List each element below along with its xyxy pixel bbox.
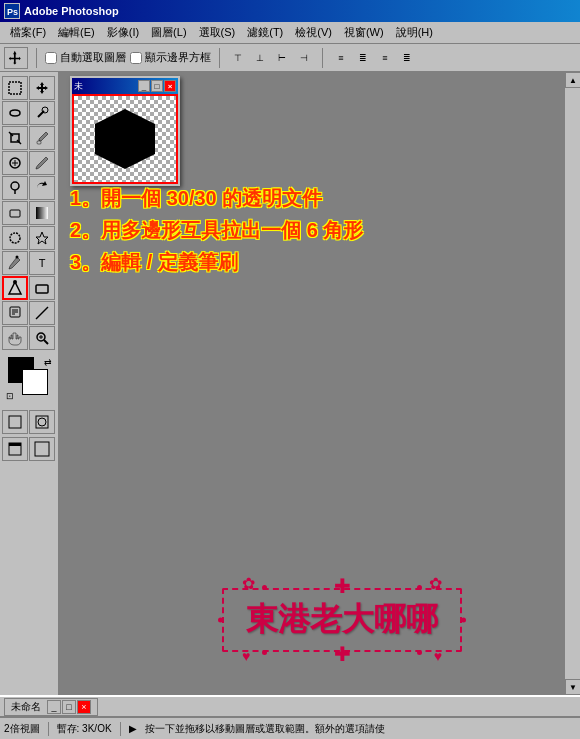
clone-stamp-tool[interactable] [2, 176, 28, 200]
shape-tool[interactable] [29, 276, 55, 300]
measure-tool[interactable] [29, 301, 55, 325]
color-swatches: ⇄ ⊡ [4, 357, 54, 401]
svg-rect-16 [36, 207, 48, 219]
menu-select[interactable]: 選取(S) [193, 23, 242, 42]
scroll-down-btn[interactable]: ▼ [565, 679, 580, 695]
svg-point-5 [42, 107, 48, 113]
history-brush-tool[interactable] [29, 176, 55, 200]
taskbar-item[interactable]: 未命名 _ □ × [4, 698, 98, 716]
align-buttons: ⊤ ⊥ ⊢ ⊣ [228, 48, 314, 68]
swap-colors-icon[interactable]: ⇄ [44, 357, 52, 367]
svg-rect-31 [9, 416, 21, 428]
deco-heart-left: ♥ [242, 648, 250, 664]
show-bounds-label: 顯示邊界方框 [145, 50, 211, 65]
hand-tool[interactable] [2, 326, 28, 350]
standard-mode-btn[interactable] [2, 410, 28, 434]
distribute-horiz-btn[interactable]: ≡ [375, 48, 395, 68]
instructions-panel: 1。開一個 30/30 的透明文件 2。用多邊形互具拉出一個 6 角形 3。編輯… [70, 182, 554, 278]
dodge-tool[interactable] [29, 226, 55, 250]
quick-mask-btn[interactable] [29, 410, 55, 434]
screen-mode-row [2, 437, 56, 461]
move-tool[interactable] [29, 76, 55, 100]
doc-info: 暫存: 3K/OK [57, 722, 112, 736]
path-selection-tool[interactable] [2, 276, 28, 300]
deco-flower-right: ✿ [429, 574, 442, 593]
toolbar-separator-1 [36, 48, 37, 68]
tool-row-7 [2, 226, 56, 250]
deco-heart-right: ♥ [434, 648, 442, 664]
lasso-tool[interactable] [2, 101, 28, 125]
menu-layer[interactable]: 圖層(L) [145, 23, 192, 42]
svg-rect-36 [35, 442, 49, 456]
distribute-top-btn[interactable]: ≡ [331, 48, 351, 68]
svg-point-19 [13, 280, 17, 284]
tool-row-9 [2, 276, 56, 300]
svg-rect-20 [36, 285, 48, 293]
show-bounds-checkbox[interactable] [130, 52, 142, 64]
brush-tool[interactable] [29, 151, 55, 175]
move-tool-btn[interactable] [4, 47, 28, 69]
distribute-vert-btn[interactable]: ≣ [353, 48, 373, 68]
status-bar: 2倍視圖 暫存: 3K/OK ▶ 按一下並拖移以移動圖層或選取範圍。額外的選項請… [0, 717, 580, 739]
scroll-up-btn[interactable]: ▲ [565, 72, 580, 88]
deco-flower-left: ✿ [242, 574, 255, 593]
scroll-track[interactable] [565, 88, 580, 679]
mini-doc-canvas [72, 94, 178, 184]
toolbar: 自動選取圖層 顯示邊界方框 ⊤ ⊥ ⊢ ⊣ ≡ ≣ ≡ ≣ [0, 44, 580, 72]
menu-file[interactable]: 檔案(F) [4, 23, 52, 42]
standard-screen-btn[interactable] [2, 437, 28, 461]
mini-doc-minimize[interactable]: _ [138, 80, 150, 92]
instruction-line-1: 1。開一個 30/30 的透明文件 [70, 182, 554, 214]
svg-rect-15 [10, 210, 20, 217]
notes-tool[interactable] [2, 301, 28, 325]
menu-help[interactable]: 說明(H) [390, 23, 439, 42]
distribute-right-btn[interactable]: ≣ [397, 48, 417, 68]
crop-tool[interactable] [2, 126, 28, 150]
menu-view[interactable]: 檢視(V) [289, 23, 338, 42]
align-top-btn[interactable]: ⊤ [228, 48, 248, 68]
dot-deco-5 [218, 618, 223, 623]
menu-window[interactable]: 視窗(W) [338, 23, 390, 42]
align-vert-center-btn[interactable]: ⊥ [250, 48, 270, 68]
tool-row-4 [2, 151, 56, 175]
svg-rect-9 [37, 141, 41, 144]
healing-brush-tool[interactable] [2, 151, 28, 175]
svg-point-13 [11, 182, 19, 190]
align-bottom-btn[interactable]: ⊢ [272, 48, 292, 68]
magic-wand-tool[interactable] [29, 101, 55, 125]
background-color[interactable] [22, 369, 48, 395]
svg-rect-3 [9, 82, 21, 94]
auto-select-checkbox[interactable] [45, 52, 57, 64]
menu-filter[interactable]: 濾鏡(T) [241, 23, 289, 42]
pen-tool[interactable] [2, 251, 28, 275]
default-colors-icon[interactable]: ⊡ [6, 391, 14, 401]
title-bar: Ps Adobe Photoshop [0, 0, 580, 22]
gradient-tool[interactable] [29, 201, 55, 225]
taskbar-item-label: 未命名 [11, 700, 41, 714]
mini-doc-close[interactable]: × [164, 80, 176, 92]
svg-point-17 [10, 233, 20, 243]
blur-tool[interactable] [2, 226, 28, 250]
dot-deco-2 [417, 585, 422, 590]
type-tool[interactable]: T [29, 251, 55, 275]
dot-deco-4 [417, 650, 422, 655]
taskbar-maximize-btn[interactable]: □ [62, 700, 76, 714]
eraser-tool[interactable] [2, 201, 28, 225]
tool-row-10 [2, 301, 56, 325]
dot-deco-3 [262, 650, 267, 655]
menu-edit[interactable]: 編輯(E) [52, 23, 101, 42]
zoom-tool[interactable] [29, 326, 55, 350]
status-arrow: ▶ [129, 723, 137, 734]
taskbar-close-btn[interactable]: × [77, 700, 91, 714]
svg-point-18 [16, 256, 19, 259]
menu-image[interactable]: 影像(I) [101, 23, 145, 42]
align-left-btn[interactable]: ⊣ [294, 48, 314, 68]
taskbar-minimize-btn[interactable]: _ [47, 700, 61, 714]
instruction-line-3: 3。編輯 / 定義筆刷 [70, 246, 554, 278]
tool-row-8: T [2, 251, 56, 275]
full-screen-btn[interactable] [29, 437, 55, 461]
deco-cross-top: ✚ [334, 574, 351, 598]
marquee-rect-tool[interactable] [2, 76, 28, 100]
eyedropper-tool[interactable] [29, 126, 55, 150]
mini-doc-maximize[interactable]: □ [151, 80, 163, 92]
